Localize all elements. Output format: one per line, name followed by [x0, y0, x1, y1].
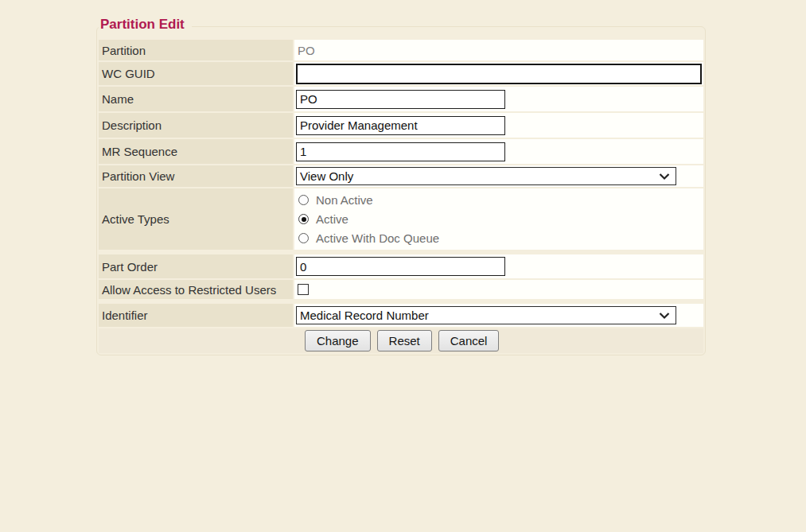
allow-access-value-cell — [294, 280, 703, 299]
page-title: Partition Edit — [99, 16, 192, 33]
description-value-cell — [294, 113, 703, 138]
mr-sequence-label: MR Sequence — [99, 139, 293, 164]
radio-icon[interactable] — [298, 233, 309, 243]
radio-option-label: Non Active — [316, 193, 373, 207]
active-types-radio-group: Non Active Active Active With Doc Queue — [296, 194, 439, 244]
identifier-label: Identifier — [99, 304, 293, 327]
description-input[interactable] — [296, 116, 505, 135]
active-types-value-cell: Non Active Active Active With Doc Queue — [294, 188, 703, 250]
buttons-row: Change Reset Cancel — [99, 328, 703, 353]
row-partition-view: Partition View View Only — [99, 165, 703, 187]
partition-label: Partition — [99, 40, 293, 60]
row-mr-sequence: MR Sequence — [99, 139, 703, 164]
row-identifier: Identifier Medical Record Number — [99, 304, 703, 327]
name-value-cell — [294, 87, 703, 111]
identifier-selected-value: Medical Record Number — [300, 309, 429, 322]
row-wc-guid: WC GUID — [99, 62, 703, 85]
row-active-types: Active Types Non Active Active Active Wi… — [99, 188, 703, 250]
radio-option-active[interactable]: Active — [298, 213, 439, 225]
radio-icon[interactable] — [298, 214, 309, 224]
partition-edit-form: Partition Edit Partition PO WC GUID Name… — [96, 26, 706, 355]
radio-option-label: Active With Doc Queue — [316, 231, 439, 245]
change-button[interactable]: Change — [305, 330, 371, 351]
identifier-select[interactable]: Medical Record Number — [296, 306, 676, 324]
description-label: Description — [99, 113, 293, 138]
radio-option-label: Active — [316, 212, 348, 226]
row-allow-access: Allow Access to Restricted Users — [99, 280, 703, 299]
allow-access-label: Allow Access to Restricted Users — [99, 280, 293, 299]
wc-guid-label: WC GUID — [99, 62, 293, 85]
active-types-label: Active Types — [99, 188, 293, 250]
partition-view-label: Partition View — [99, 165, 293, 187]
mr-sequence-value-cell — [294, 139, 703, 164]
radio-icon[interactable] — [298, 195, 309, 205]
reset-button[interactable]: Reset — [377, 330, 432, 351]
row-name: Name — [99, 87, 703, 111]
wc-guid-value-cell — [294, 62, 703, 85]
radio-option-active-with-doc-queue[interactable]: Active With Doc Queue — [298, 232, 439, 244]
partition-value-cell: PO — [294, 40, 703, 60]
name-label: Name — [99, 87, 293, 111]
part-order-input[interactable] — [296, 257, 505, 276]
chevron-down-icon — [659, 312, 670, 319]
form-table: Partition PO WC GUID Name Description MR — [97, 27, 705, 355]
row-partition: Partition PO — [99, 40, 703, 60]
part-order-value-cell — [294, 254, 703, 278]
mr-sequence-input[interactable] — [296, 142, 505, 161]
partition-view-select[interactable]: View Only — [296, 167, 676, 185]
partition-value: PO — [296, 44, 315, 57]
part-order-label: Part Order — [99, 254, 293, 278]
partition-view-value-cell: View Only — [294, 165, 703, 187]
name-input[interactable] — [296, 90, 505, 109]
row-part-order: Part Order — [99, 254, 703, 278]
wc-guid-input[interactable] — [296, 64, 702, 84]
allow-access-checkbox[interactable] — [298, 284, 309, 295]
cancel-button[interactable]: Cancel — [438, 330, 500, 351]
chevron-down-icon — [659, 173, 670, 180]
partition-view-selected-value: View Only — [300, 169, 353, 183]
radio-option-non-active[interactable]: Non Active — [298, 194, 439, 206]
identifier-value-cell: Medical Record Number — [294, 304, 703, 327]
row-description: Description — [99, 113, 703, 138]
